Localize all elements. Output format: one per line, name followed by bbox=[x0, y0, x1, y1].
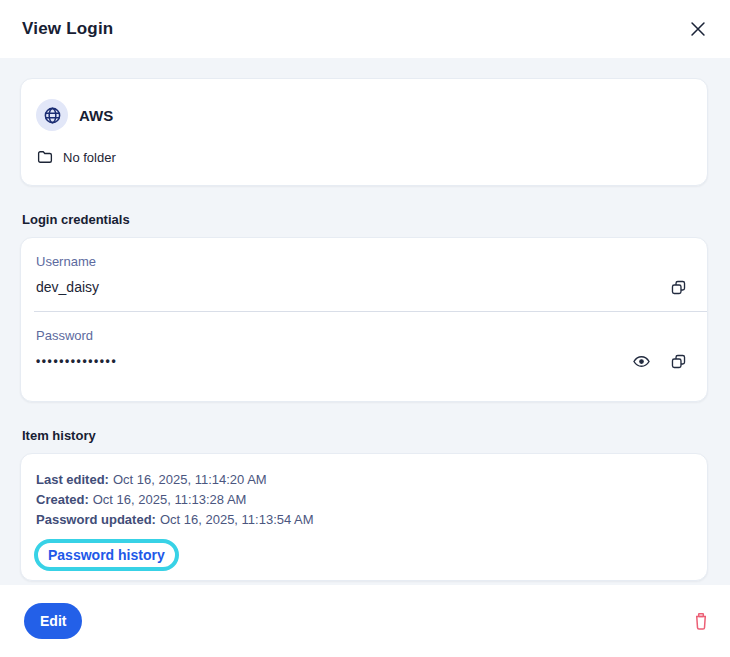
dialog-content: AWS No folder Login credentials Username… bbox=[0, 58, 730, 585]
password-label: Password bbox=[36, 328, 692, 343]
copy-password-button[interactable] bbox=[668, 351, 688, 371]
trash-icon bbox=[691, 611, 711, 632]
x-icon bbox=[687, 18, 709, 40]
history-row-password-updated: Password updated:Oct 16, 2025, 11:13:54 … bbox=[36, 510, 692, 530]
history-label: Last edited: bbox=[36, 472, 109, 487]
dialog-footer: Edit bbox=[0, 585, 730, 657]
username-label: Username bbox=[36, 254, 692, 269]
eye-icon bbox=[632, 352, 651, 371]
password-history-highlight: Password history bbox=[34, 539, 179, 571]
history-value: Oct 16, 2025, 11:13:28 AM bbox=[93, 492, 247, 507]
item-summary-card: AWS No folder bbox=[20, 78, 708, 186]
history-value: Oct 16, 2025, 11:14:20 AM bbox=[113, 472, 267, 487]
history-label: Password updated: bbox=[36, 512, 156, 527]
password-masked-value: •••••••••••••• bbox=[36, 354, 117, 368]
page-title: View Login bbox=[22, 19, 113, 39]
history-label: Created: bbox=[36, 492, 89, 507]
copy-icon bbox=[670, 279, 687, 296]
username-field: Username dev_daisy bbox=[21, 238, 707, 311]
history-value: Oct 16, 2025, 11:13:54 AM bbox=[160, 512, 314, 527]
item-history-card: Last edited:Oct 16, 2025, 11:14:20 AM Cr… bbox=[20, 453, 708, 581]
toggle-password-visibility-button[interactable] bbox=[631, 351, 651, 371]
view-login-dialog: View Login bbox=[0, 0, 730, 657]
folder-icon bbox=[36, 148, 54, 166]
section-login-credentials: Login credentials bbox=[22, 212, 706, 227]
delete-button[interactable] bbox=[689, 609, 713, 633]
globe-icon bbox=[43, 106, 62, 125]
close-button[interactable] bbox=[682, 13, 714, 45]
avatar bbox=[36, 99, 68, 131]
history-row-created: Created:Oct 16, 2025, 11:13:28 AM bbox=[36, 490, 692, 510]
username-value: dev_daisy bbox=[36, 279, 99, 295]
history-row-last-edited: Last edited:Oct 16, 2025, 11:14:20 AM bbox=[36, 470, 692, 490]
password-history-link[interactable]: Password history bbox=[48, 547, 165, 563]
section-item-history: Item history bbox=[22, 428, 706, 443]
copy-icon bbox=[670, 353, 687, 370]
edit-button[interactable]: Edit bbox=[24, 603, 82, 639]
folder-label: No folder bbox=[63, 150, 116, 165]
credentials-card: Username dev_daisy bbox=[20, 237, 708, 402]
copy-username-button[interactable] bbox=[668, 277, 688, 297]
password-field: Password •••••••••••••• bbox=[21, 312, 707, 401]
item-name: AWS bbox=[79, 107, 113, 124]
dialog-header: View Login bbox=[0, 0, 730, 58]
item-head: AWS bbox=[36, 99, 692, 131]
folder-row: No folder bbox=[36, 148, 692, 166]
